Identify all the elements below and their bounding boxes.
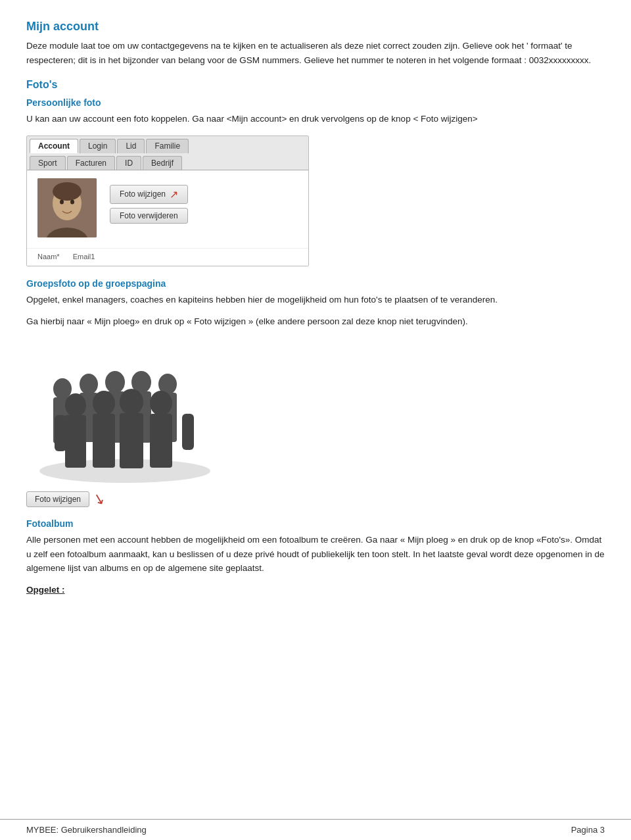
tab-login[interactable]: Login (80, 139, 116, 153)
tab-account[interactable]: Account (30, 139, 78, 153)
svg-rect-26 (182, 414, 194, 450)
footer-left: MYBEE: Gebruikershandleiding (26, 825, 147, 835)
svg-point-5 (70, 199, 74, 204)
tab-row-1: Account Login Lid Familie (27, 136, 308, 153)
tab-facturen[interactable]: Facturen (67, 156, 115, 170)
fotoalbum-section: Fotoalbum Alle personen met een account … (26, 518, 605, 576)
tab-bedrijf[interactable]: Bedrijf (143, 156, 182, 170)
tab-sport[interactable]: Sport (30, 156, 66, 170)
groepsfoto-heading: Groepsfoto op de groepspagina (26, 278, 605, 289)
naam-label: Naam* (37, 253, 60, 260)
svg-point-17 (65, 393, 86, 417)
foto-wijzigen-btn[interactable]: Foto wijzigen ↗ (110, 185, 188, 204)
group-photo-container: Foto wijzigen ↘ (26, 339, 605, 508)
mockup-fields: Naam* Email1 (27, 248, 308, 266)
fotoalbum-text: Alle personen met een account hebben de … (26, 533, 605, 576)
svg-rect-18 (65, 415, 86, 468)
red-arrow-icon: ↘ (91, 489, 107, 509)
arrow-right-icon: ↗ (170, 188, 178, 201)
tab-lid[interactable]: Lid (117, 139, 145, 153)
profile-photo-svg (37, 178, 97, 237)
svg-point-4 (60, 199, 64, 204)
page-footer: MYBEE: Gebruikershandleiding Pagina 3 (0, 819, 631, 840)
account-ui-mockup: Account Login Lid Familie Sport Facturen… (26, 136, 309, 266)
svg-point-9 (80, 374, 98, 395)
tab-row-2: Sport Facturen ID Bedrijf (27, 153, 308, 170)
foto-wijzigen-group: Foto wijzigen ↘ (26, 491, 105, 508)
footer-right: Pagina 3 (571, 825, 605, 835)
opgelet-label: Opgelet : (26, 585, 605, 595)
fotos-heading: Foto's (26, 79, 605, 91)
svg-point-3 (53, 182, 82, 201)
svg-rect-24 (150, 414, 172, 468)
persoonlijke-foto-heading: Persoonlijke foto (26, 97, 605, 108)
group-silhouette-svg (26, 339, 223, 484)
svg-rect-22 (120, 413, 143, 468)
mockup-content: Foto wijzigen ↗ Foto verwijderen (27, 170, 308, 248)
svg-point-11 (105, 371, 125, 393)
tab-familie[interactable]: Familie (146, 139, 189, 153)
svg-point-23 (150, 391, 172, 416)
svg-rect-25 (55, 415, 66, 451)
svg-rect-20 (93, 414, 115, 468)
foto-wijzigen-small-btn[interactable]: Foto wijzigen (26, 491, 89, 507)
foto-verwijderen-btn[interactable]: Foto verwijderen (110, 208, 188, 224)
intro-text: Deze module laat toe om uw contactgegeve… (26, 39, 605, 67)
tab-id[interactable]: ID (116, 156, 141, 170)
groepsfoto-text2: Ga hierbij naar « Mijn ploeg» en druk op… (26, 314, 605, 329)
email-label: Email1 (73, 253, 95, 260)
svg-point-19 (93, 391, 115, 416)
svg-point-21 (120, 389, 143, 415)
profile-photo (37, 178, 97, 237)
fotoalbum-heading: Fotoalbum (26, 518, 605, 529)
groepsfoto-text1: Opgelet, enkel managers, coaches en kapi… (26, 293, 605, 307)
page-title: Mijn account (26, 20, 605, 34)
persoonlijke-foto-text: U kan aan uw account een foto koppelen. … (26, 112, 605, 126)
photo-actions: Foto wijzigen ↗ Foto verwijderen (110, 185, 188, 224)
